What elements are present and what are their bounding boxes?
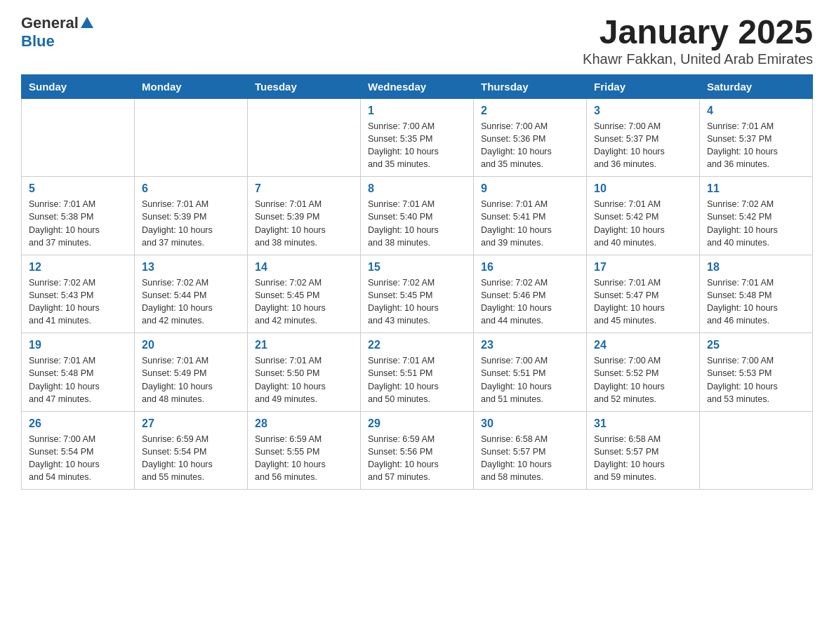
calendar-cell: 22Sunrise: 7:01 AM Sunset: 5:51 PM Dayli… [361,333,474,412]
calendar-cell: 12Sunrise: 7:02 AM Sunset: 5:43 PM Dayli… [22,255,135,333]
day-info: Sunrise: 6:59 AM Sunset: 5:56 PM Dayligh… [368,433,466,484]
day-info: Sunrise: 7:00 AM Sunset: 5:37 PM Dayligh… [594,120,692,171]
calendar-cell: 9Sunrise: 7:01 AM Sunset: 5:41 PM Daylig… [474,177,587,255]
day-info: Sunrise: 7:01 AM Sunset: 5:49 PM Dayligh… [142,354,240,405]
logo-blue-text: Blue [21,32,55,50]
day-number: 27 [142,417,240,430]
logo-triangle-icon [81,17,93,28]
calendar-cell: 26Sunrise: 7:00 AM Sunset: 5:54 PM Dayli… [22,411,135,490]
day-info: Sunrise: 7:01 AM Sunset: 5:38 PM Dayligh… [29,198,127,249]
day-info: Sunrise: 7:00 AM Sunset: 5:35 PM Dayligh… [368,120,466,171]
header-day-wednesday: Wednesday [361,74,474,98]
day-info: Sunrise: 7:01 AM Sunset: 5:48 PM Dayligh… [707,276,805,328]
day-number: 2 [481,105,579,117]
day-info: Sunrise: 6:58 AM Sunset: 5:57 PM Dayligh… [481,433,579,484]
calendar-cell: 29Sunrise: 6:59 AM Sunset: 5:56 PM Dayli… [361,411,474,490]
day-info: Sunrise: 7:01 AM Sunset: 5:41 PM Dayligh… [481,198,579,249]
day-number: 18 [707,261,805,274]
calendar-cell: 11Sunrise: 7:02 AM Sunset: 5:42 PM Dayli… [700,177,813,255]
calendar-cell [248,98,361,177]
calendar-week-5: 26Sunrise: 7:00 AM Sunset: 5:54 PM Dayli… [22,411,813,490]
calendar-cell: 7Sunrise: 7:01 AM Sunset: 5:39 PM Daylig… [248,177,361,255]
calendar-cell: 23Sunrise: 7:00 AM Sunset: 5:51 PM Dayli… [474,333,587,412]
calendar-cell: 28Sunrise: 6:59 AM Sunset: 5:55 PM Dayli… [248,411,361,490]
calendar-cell: 1Sunrise: 7:00 AM Sunset: 5:35 PM Daylig… [361,98,474,177]
calendar-cell: 3Sunrise: 7:00 AM Sunset: 5:37 PM Daylig… [587,98,700,177]
calendar-cell: 15Sunrise: 7:02 AM Sunset: 5:45 PM Dayli… [361,255,474,333]
day-number: 31 [594,417,692,430]
calendar-cell: 16Sunrise: 7:02 AM Sunset: 5:46 PM Dayli… [474,255,587,333]
calendar-cell: 30Sunrise: 6:58 AM Sunset: 5:57 PM Dayli… [474,411,587,490]
calendar-cell [135,98,248,177]
day-info: Sunrise: 7:00 AM Sunset: 5:51 PM Dayligh… [481,354,579,405]
calendar-header: SundayMondayTuesdayWednesdayThursdayFrid… [22,74,813,98]
day-number: 9 [481,182,579,195]
calendar-week-4: 19Sunrise: 7:01 AM Sunset: 5:48 PM Dayli… [22,333,813,412]
day-info: Sunrise: 6:58 AM Sunset: 5:57 PM Dayligh… [594,433,692,484]
day-number: 30 [481,417,579,430]
header-day-thursday: Thursday [474,74,587,98]
day-number: 4 [707,105,805,117]
day-info: Sunrise: 7:01 AM Sunset: 5:48 PM Dayligh… [29,354,127,405]
day-info: Sunrise: 7:01 AM Sunset: 5:42 PM Dayligh… [594,198,692,249]
page-subtitle: Khawr Fakkan, United Arab Emirates [583,51,813,67]
header-day-saturday: Saturday [700,74,813,98]
logo-general-text: General [21,14,79,32]
header-row: SundayMondayTuesdayWednesdayThursdayFrid… [22,74,813,98]
day-number: 7 [255,182,353,195]
day-number: 13 [142,261,240,274]
logo: General Blue [21,14,93,51]
day-number: 1 [368,105,466,117]
day-number: 24 [594,339,692,351]
day-number: 15 [368,261,466,274]
calendar-cell: 17Sunrise: 7:01 AM Sunset: 5:47 PM Dayli… [587,255,700,333]
day-number: 21 [255,339,353,351]
day-info: Sunrise: 7:01 AM Sunset: 5:40 PM Dayligh… [368,198,466,249]
header-day-sunday: Sunday [22,74,135,98]
day-info: Sunrise: 7:02 AM Sunset: 5:45 PM Dayligh… [368,276,466,328]
day-info: Sunrise: 7:02 AM Sunset: 5:42 PM Dayligh… [707,198,805,249]
day-info: Sunrise: 7:02 AM Sunset: 5:44 PM Dayligh… [142,276,240,328]
day-number: 10 [594,182,692,195]
day-info: Sunrise: 7:01 AM Sunset: 5:47 PM Dayligh… [594,276,692,328]
calendar-cell: 24Sunrise: 7:00 AM Sunset: 5:52 PM Dayli… [587,333,700,412]
day-info: Sunrise: 7:02 AM Sunset: 5:43 PM Dayligh… [29,276,127,328]
header-day-friday: Friday [587,74,700,98]
calendar-cell: 8Sunrise: 7:01 AM Sunset: 5:40 PM Daylig… [361,177,474,255]
calendar-cell: 14Sunrise: 7:02 AM Sunset: 5:45 PM Dayli… [248,255,361,333]
calendar-cell [22,98,135,177]
header-day-monday: Monday [135,74,248,98]
day-info: Sunrise: 7:00 AM Sunset: 5:52 PM Dayligh… [594,354,692,405]
day-number: 11 [707,182,805,195]
calendar-week-1: 1Sunrise: 7:00 AM Sunset: 5:35 PM Daylig… [22,98,813,177]
day-number: 8 [368,182,466,195]
calendar-cell: 6Sunrise: 7:01 AM Sunset: 5:39 PM Daylig… [135,177,248,255]
day-number: 29 [368,417,466,430]
calendar-cell: 27Sunrise: 6:59 AM Sunset: 5:54 PM Dayli… [135,411,248,490]
day-number: 6 [142,182,240,195]
calendar-table: SundayMondayTuesdayWednesdayThursdayFrid… [21,74,813,490]
calendar-cell: 4Sunrise: 7:01 AM Sunset: 5:37 PM Daylig… [700,98,813,177]
page-title: January 2025 [583,14,813,51]
calendar-cell: 21Sunrise: 7:01 AM Sunset: 5:50 PM Dayli… [248,333,361,412]
calendar-cell: 19Sunrise: 7:01 AM Sunset: 5:48 PM Dayli… [22,333,135,412]
calendar-cell [700,411,813,490]
day-number: 25 [707,339,805,351]
header-day-tuesday: Tuesday [248,74,361,98]
day-number: 26 [29,417,127,430]
calendar-cell: 10Sunrise: 7:01 AM Sunset: 5:42 PM Dayli… [587,177,700,255]
day-number: 22 [368,339,466,351]
day-info: Sunrise: 7:01 AM Sunset: 5:39 PM Dayligh… [142,198,240,249]
day-info: Sunrise: 7:00 AM Sunset: 5:54 PM Dayligh… [29,433,127,484]
day-info: Sunrise: 7:00 AM Sunset: 5:53 PM Dayligh… [707,354,805,405]
day-info: Sunrise: 7:01 AM Sunset: 5:51 PM Dayligh… [368,354,466,405]
calendar-cell: 20Sunrise: 7:01 AM Sunset: 5:49 PM Dayli… [135,333,248,412]
day-number: 16 [481,261,579,274]
day-number: 19 [29,339,127,351]
day-number: 3 [594,105,692,117]
calendar-week-3: 12Sunrise: 7:02 AM Sunset: 5:43 PM Dayli… [22,255,813,333]
calendar-cell: 5Sunrise: 7:01 AM Sunset: 5:38 PM Daylig… [22,177,135,255]
calendar-cell: 25Sunrise: 7:00 AM Sunset: 5:53 PM Dayli… [700,333,813,412]
day-info: Sunrise: 7:00 AM Sunset: 5:36 PM Dayligh… [481,120,579,171]
day-info: Sunrise: 7:02 AM Sunset: 5:45 PM Dayligh… [255,276,353,328]
